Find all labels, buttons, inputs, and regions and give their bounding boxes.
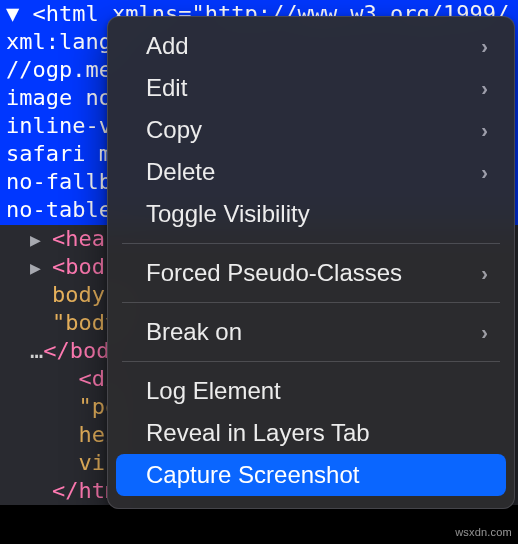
menu-item-copy[interactable]: Copy › — [116, 109, 506, 151]
menu-item-capture-screenshot[interactable]: Capture Screenshot — [116, 454, 506, 496]
menu-separator — [122, 361, 500, 362]
chevron-right-icon: › — [481, 321, 488, 344]
chevron-right-icon: › — [481, 35, 488, 58]
menu-item-label: Delete — [146, 158, 215, 186]
menu-item-label: Log Element — [146, 377, 281, 405]
menu-item-label: Capture Screenshot — [146, 461, 359, 489]
menu-item-label: Forced Pseudo-Classes — [146, 259, 402, 287]
menu-item-label: Edit — [146, 74, 187, 102]
chevron-right-icon: › — [481, 161, 488, 184]
menu-item-label: Add — [146, 32, 189, 60]
disclosure-triangle-icon: ▶ — [30, 254, 52, 282]
menu-item-label: Toggle Visibility — [146, 200, 310, 228]
menu-item-delete[interactable]: Delete › — [116, 151, 506, 193]
chevron-right-icon: › — [481, 262, 488, 285]
menu-item-break-on[interactable]: Break on › — [116, 311, 506, 353]
inspector-screenshot: ▼ <html xmlns="http://www.w3.org/1999/ x… — [0, 0, 518, 544]
menu-item-edit[interactable]: Edit › — [116, 67, 506, 109]
menu-item-label: Copy — [146, 116, 202, 144]
chevron-right-icon: › — [481, 77, 488, 100]
context-menu: Add › Edit › Copy › Delete › Toggle Visi… — [107, 16, 515, 509]
menu-item-add[interactable]: Add › — [116, 25, 506, 67]
menu-item-label: Break on — [146, 318, 242, 346]
menu-separator — [122, 302, 500, 303]
menu-item-reveal-in-layers-tab[interactable]: Reveal in Layers Tab — [116, 412, 506, 454]
menu-item-toggle-visibility[interactable]: Toggle Visibility — [116, 193, 506, 235]
menu-item-forced-pseudo-classes[interactable]: Forced Pseudo-Classes › — [116, 252, 506, 294]
menu-separator — [122, 243, 500, 244]
disclosure-triangle-icon: ▶ — [30, 226, 52, 254]
menu-item-label: Reveal in Layers Tab — [146, 419, 370, 447]
chevron-right-icon: › — [481, 119, 488, 142]
watermark: wsxdn.com — [455, 526, 512, 538]
menu-item-log-element[interactable]: Log Element — [116, 370, 506, 412]
